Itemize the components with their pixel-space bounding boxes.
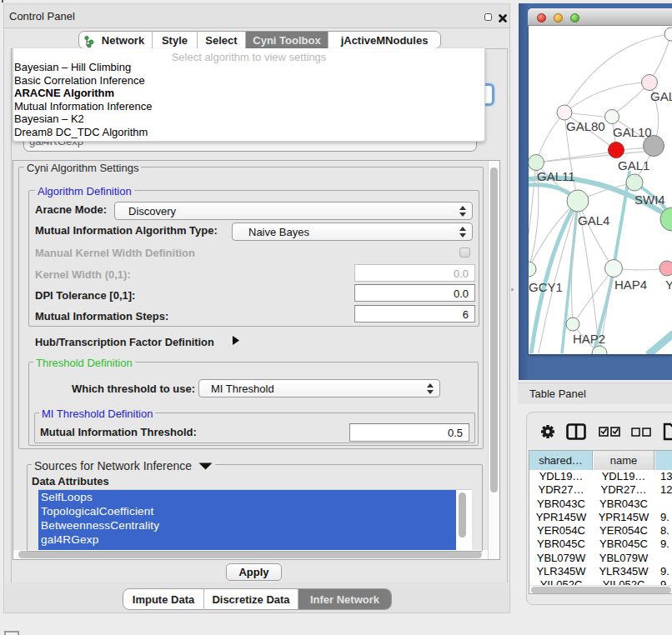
svg-text:GAL7: GAL7 xyxy=(650,89,672,103)
svg-text:GAL10: GAL10 xyxy=(613,125,652,139)
svg-text:HAP4: HAP4 xyxy=(614,278,647,292)
svg-text:GAL11: GAL11 xyxy=(537,169,575,183)
svg-text:SWI4: SWI4 xyxy=(634,192,665,207)
svg-text:GAL4: GAL4 xyxy=(578,213,609,228)
svg-text:YJ: YJ xyxy=(665,278,672,292)
svg-text:GAL80: GAL80 xyxy=(566,119,605,133)
svg-text:HAP2: HAP2 xyxy=(573,332,605,346)
svg-text:GAL1: GAL1 xyxy=(618,158,649,172)
svg-text:GCY1: GCY1 xyxy=(529,280,563,294)
